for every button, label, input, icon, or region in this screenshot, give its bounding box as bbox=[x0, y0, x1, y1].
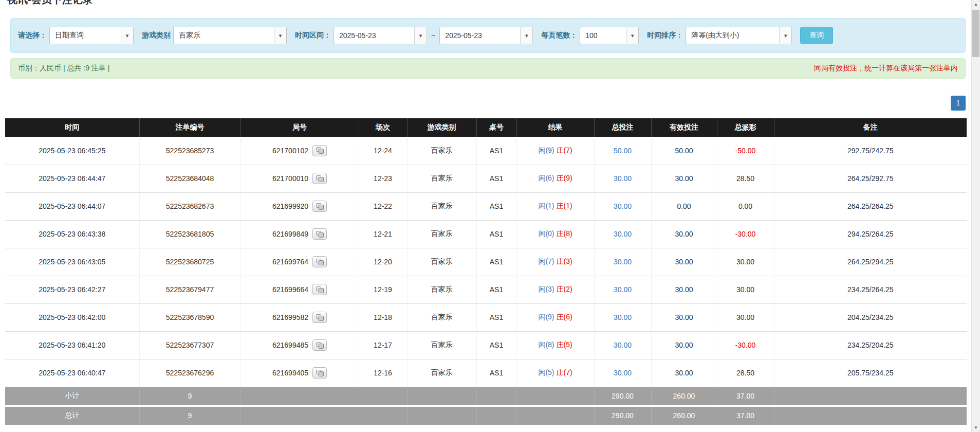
grand-total-total-bet: 290.00 bbox=[594, 406, 651, 425]
total-bet-link[interactable]: 30.00 bbox=[614, 341, 632, 349]
cell-session: 12-17 bbox=[359, 331, 407, 359]
cards-icon bbox=[316, 314, 324, 321]
chevron-down-icon[interactable]: ▾ bbox=[520, 27, 532, 44]
cell-game-type: 百家乐 bbox=[407, 220, 476, 248]
result-player: 闲(0) bbox=[538, 229, 554, 238]
cell-table-no: AS1 bbox=[476, 331, 516, 359]
bet-records-table: 时间 注单编号 局号 场次 游戏类别 桌号 结果 总投注 有效投注 总派彩 备注… bbox=[5, 118, 967, 425]
col-header-total-bet: 总投注 bbox=[594, 118, 651, 137]
round-number: 621700010 bbox=[272, 174, 308, 183]
page-size-value: 100 bbox=[580, 27, 626, 44]
chevron-down-icon[interactable]: ▾ bbox=[274, 27, 286, 44]
cell-session: 12-16 bbox=[359, 359, 407, 387]
result-banker: 庄(7) bbox=[557, 146, 572, 154]
total-bet-link[interactable]: 50.00 bbox=[614, 147, 632, 155]
cards-icon bbox=[316, 203, 324, 210]
chevron-down-icon[interactable]: ▾ bbox=[626, 27, 638, 44]
cell-valid-bet: 30.00 bbox=[651, 165, 717, 192]
cell-table-no: AS1 bbox=[476, 276, 516, 303]
total-bet-link[interactable]: 30.00 bbox=[614, 258, 632, 266]
pagination-page-1-button[interactable]: 1 bbox=[951, 96, 966, 111]
result-banker: 庄(3) bbox=[557, 257, 572, 265]
round-result-icon-button[interactable] bbox=[312, 201, 327, 212]
round-number: 621699849 bbox=[272, 230, 308, 238]
result-player: 闲(8) bbox=[538, 340, 554, 349]
cell-bet-id: 522523677307 bbox=[139, 331, 241, 359]
cards-icon bbox=[316, 147, 324, 154]
result-banker: 庄(8) bbox=[557, 229, 572, 238]
cell-session: 12-24 bbox=[359, 137, 407, 165]
date-to-value: 2025-05-23 bbox=[440, 27, 520, 44]
round-number: 621699664 bbox=[272, 285, 308, 294]
scrollbar[interactable]: ▲ ▼ bbox=[971, 0, 980, 432]
cell-total-bet: 30.00 bbox=[594, 192, 651, 220]
time-sort-select[interactable]: 降幂(由大到小) ▾ bbox=[686, 27, 792, 44]
date-to-select[interactable]: 2025-05-23 ▾ bbox=[439, 27, 533, 44]
table-row: 2025-05-23 06:44:47 522523684048 6217000… bbox=[5, 165, 967, 192]
cell-valid-bet: 30.00 bbox=[651, 331, 717, 359]
chevron-down-icon[interactable]: ▾ bbox=[414, 27, 427, 44]
round-result-icon-button[interactable] bbox=[312, 256, 327, 267]
cell-round: 621699485 bbox=[241, 331, 359, 359]
col-header-valid-bet: 有效投注 bbox=[651, 118, 717, 137]
query-button[interactable]: 查询 bbox=[800, 27, 833, 44]
table-row: 2025-05-23 06:44:07 522523682673 6216999… bbox=[5, 192, 967, 220]
cell-session: 12-21 bbox=[359, 220, 407, 248]
result-banker: 庄(9) bbox=[557, 174, 572, 182]
date-from-select[interactable]: 2025-05-23 ▾ bbox=[334, 27, 427, 44]
cell-remark: 294.25/264.25 bbox=[774, 220, 967, 248]
round-result-icon-button[interactable] bbox=[312, 367, 327, 379]
result-player: 闲(5) bbox=[538, 368, 554, 376]
cell-total-bet: 30.00 bbox=[594, 331, 651, 359]
scrollbar-thumb[interactable] bbox=[972, 10, 979, 57]
round-result-icon-button[interactable] bbox=[312, 312, 327, 323]
round-result-icon-button[interactable] bbox=[312, 145, 327, 156]
cell-valid-bet: 30.00 bbox=[651, 248, 717, 276]
subtotal-empty-cell bbox=[407, 387, 476, 406]
page-size-select[interactable]: 100 ▾ bbox=[580, 27, 639, 44]
scrollbar-up-arrow-icon[interactable]: ▲ bbox=[972, 0, 980, 9]
round-number: 621700102 bbox=[272, 147, 308, 155]
col-header-remark: 备注 bbox=[774, 118, 967, 137]
subtotal-empty-cell bbox=[774, 387, 967, 406]
query-type-select[interactable]: 日期查询 ▾ bbox=[49, 27, 134, 44]
total-bet-link[interactable]: 30.00 bbox=[614, 230, 632, 238]
cell-table-no: AS1 bbox=[476, 220, 516, 248]
cell-remark: 205.75/234.25 bbox=[774, 359, 967, 387]
table-row: 2025-05-23 06:43:38 522523681805 6216998… bbox=[5, 220, 967, 248]
subtotal-valid-bet: 260.00 bbox=[651, 387, 717, 406]
chevron-down-icon[interactable]: ▾ bbox=[121, 27, 133, 44]
grand-total-payout: 37.00 bbox=[717, 406, 774, 425]
cell-payout: 30.00 bbox=[717, 303, 774, 331]
scrollbar-down-arrow-icon[interactable]: ▼ bbox=[972, 423, 980, 432]
cell-result: 闲(0)庄(8) bbox=[516, 220, 594, 248]
game-type-select[interactable]: 百家乐 ▾ bbox=[173, 27, 287, 44]
col-header-game-type: 游戏类别 bbox=[407, 118, 476, 137]
round-result-icon-button[interactable] bbox=[312, 339, 327, 351]
subtotal-payout: 37.00 bbox=[717, 387, 774, 406]
total-bet-link[interactable]: 30.00 bbox=[614, 285, 632, 294]
total-bet-link[interactable]: 30.00 bbox=[614, 369, 632, 377]
round-result-icon-button[interactable] bbox=[312, 173, 327, 184]
pagination: 1 bbox=[10, 96, 966, 111]
date-range-separator: ~ bbox=[431, 31, 435, 40]
total-bet-link[interactable]: 30.00 bbox=[614, 313, 632, 321]
cell-remark: 264.25/292.75 bbox=[774, 165, 967, 192]
total-bet-link[interactable]: 30.00 bbox=[614, 174, 632, 183]
cell-time: 2025-05-23 06:43:38 bbox=[5, 220, 139, 248]
chevron-down-icon[interactable]: ▾ bbox=[779, 27, 791, 44]
total-bet-link[interactable]: 30.00 bbox=[614, 202, 632, 210]
round-result-icon-button[interactable] bbox=[312, 228, 327, 240]
subtotal-row: 小计 9 290.00 260.00 37.00 bbox=[5, 387, 967, 406]
cell-total-bet: 30.00 bbox=[594, 220, 651, 248]
cell-table-no: AS1 bbox=[476, 303, 516, 331]
cell-remark: 204.25/234.25 bbox=[774, 303, 967, 331]
cell-total-bet: 30.00 bbox=[594, 359, 651, 387]
result-player: 闲(6) bbox=[538, 174, 554, 182]
cell-session: 12-18 bbox=[359, 303, 407, 331]
cell-round: 621700010 bbox=[241, 165, 359, 192]
result-banker: 庄(2) bbox=[557, 285, 572, 293]
summary-bar: 币别：人民币 | 总共 :9 注单 | 同局有效投注，统一计算在该局第一张注单内 bbox=[10, 58, 966, 79]
round-result-icon-button[interactable] bbox=[312, 284, 327, 295]
subtotal-empty-cell bbox=[516, 387, 594, 406]
